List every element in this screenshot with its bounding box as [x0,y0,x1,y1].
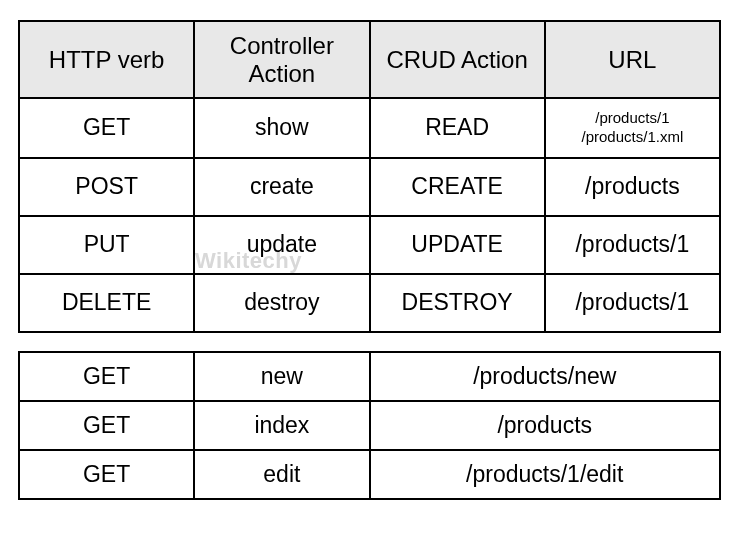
cell-url: /products [545,158,720,216]
cell-crud: UPDATE [370,216,545,274]
cell-action: destroy [194,274,369,332]
table-row: GET edit /products/1/edit [19,450,720,499]
table-row: PUT update UPDATE /products/1 [19,216,720,274]
cell-verb: GET [19,401,194,450]
cell-url: /products/1 /products/1.xml [545,98,720,158]
cell-action: edit [194,450,369,499]
cell-url: /products [370,401,721,450]
table-row: GET show READ /products/1 /products/1.xm… [19,98,720,158]
header-crud-action: CRUD Action [370,21,545,98]
cell-verb: GET [19,450,194,499]
http-crud-table: HTTP verb Controller Action CRUD Action … [18,20,721,333]
cell-action: create [194,158,369,216]
cell-crud: DESTROY [370,274,545,332]
cell-verb: PUT [19,216,194,274]
cell-verb: POST [19,158,194,216]
cell-url: /products/1/edit [370,450,721,499]
cell-action: index [194,401,369,450]
cell-crud: CREATE [370,158,545,216]
cell-verb: GET [19,98,194,158]
cell-action: update [194,216,369,274]
table-row: GET new /products/new [19,352,720,401]
cell-url: /products/1 [545,216,720,274]
cell-action: show [194,98,369,158]
cell-url: /products/1 [545,274,720,332]
header-http-verb: HTTP verb [19,21,194,98]
table-row: POST create CREATE /products [19,158,720,216]
table-row: GET index /products [19,401,720,450]
cell-url: /products/new [370,352,721,401]
header-url: URL [545,21,720,98]
header-controller-action: Controller Action [194,21,369,98]
cell-verb: GET [19,352,194,401]
table-row: DELETE destroy DESTROY /products/1 [19,274,720,332]
table-header-row: HTTP verb Controller Action CRUD Action … [19,21,720,98]
cell-crud: READ [370,98,545,158]
additional-routes-table: GET new /products/new GET index /product… [18,351,721,500]
cell-verb: DELETE [19,274,194,332]
cell-action: new [194,352,369,401]
